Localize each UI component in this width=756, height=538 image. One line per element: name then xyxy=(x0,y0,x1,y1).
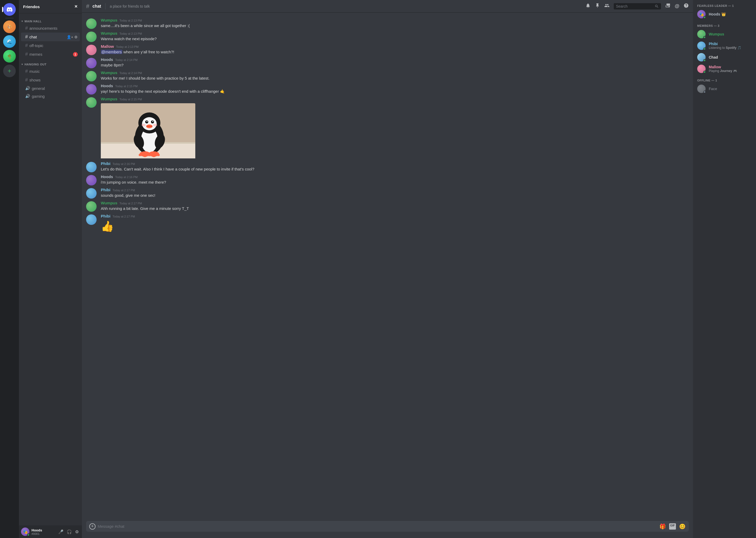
message-content: Wumpus Today at 2:17 PM Ahh running a bi… xyxy=(101,201,689,211)
channel-shows[interactable]: # shows xyxy=(21,76,80,84)
server-options-icon[interactable]: ✕ xyxy=(74,4,78,9)
message-text: @members when are y'all free to watch?! xyxy=(101,49,689,55)
channel-list: ▼ MAIN HALL # announcements # chat 👤+ ⚙ … xyxy=(19,13,82,525)
table-row: Wumpus Today at 2:13 PM Wanna watch the … xyxy=(82,30,693,43)
message-header: Hoods Today at 2:16 PM xyxy=(101,175,689,179)
member-name: Chad xyxy=(709,55,752,59)
message-content: Hoods Today at 2:14 PM maybe 8pm? xyxy=(101,57,689,68)
table-row: Wumpus Today at 2:14 PM Works for me! I … xyxy=(82,69,693,82)
message-text: sounds good, give me one sec! xyxy=(101,192,689,198)
server-list: 🎨 🌊 🌴 + xyxy=(0,0,19,538)
search-bar[interactable]: Search xyxy=(614,3,661,10)
server-icon-2[interactable]: 🌊 xyxy=(3,35,16,48)
channel-description: a place for friends to talk xyxy=(110,4,150,8)
channel-name: general xyxy=(32,86,78,91)
inbox-icon[interactable] xyxy=(665,3,670,10)
server-header[interactable]: Friendos ✕ xyxy=(19,0,82,13)
table-row: Phibi Today at 2:17 PM sounds good, give… xyxy=(82,187,693,200)
message-author: Hoods xyxy=(101,175,113,179)
message-content: Wumpus Today at 2:14 PM Works for me! I … xyxy=(101,71,689,81)
message-header: Wumpus Today at 2:14 PM xyxy=(101,71,689,75)
add-server-button[interactable]: + xyxy=(3,65,16,77)
avatar xyxy=(86,214,97,225)
message-content: Phibi Today at 2:17 PM 👍 xyxy=(101,214,689,234)
bell-icon[interactable] xyxy=(586,3,591,10)
table-row: Wumpus Today at 2:17 PM Ahh running a bi… xyxy=(82,200,693,213)
add-member-icon[interactable]: 👤+ xyxy=(67,35,73,39)
member-status-dot xyxy=(703,91,706,93)
message-text: Works for me! I should be done with prac… xyxy=(101,76,689,81)
user-panel: 🎭 Hoods #0001 🎤 🎧 ⚙ xyxy=(19,525,82,538)
message-timestamp: Today at 2:16 PM xyxy=(115,176,138,179)
deafen-button[interactable]: 🎧 xyxy=(66,528,73,535)
member-status: Listening to Spotify 🎵 xyxy=(709,46,752,50)
category-main-hall[interactable]: ▼ MAIN HALL xyxy=(19,16,82,24)
svg-point-22 xyxy=(143,154,147,157)
category-label: MAIN HALL xyxy=(24,20,41,23)
message-author: Phibi xyxy=(101,188,111,192)
list-item[interactable]: Phibi Listening to Spotify 🎵 xyxy=(695,40,754,51)
category-arrow: ▼ xyxy=(21,63,24,66)
channel-action-icons: 👤+ ⚙ xyxy=(67,35,78,39)
message-author: Hoods xyxy=(101,83,113,88)
gif-icon[interactable]: GIF xyxy=(669,523,676,530)
home-button[interactable] xyxy=(3,3,16,16)
members-icon[interactable] xyxy=(604,3,609,10)
voice-icon: 🔊 xyxy=(25,94,30,98)
channel-off-topic[interactable]: # off-topic xyxy=(21,41,80,50)
channel-gaming-voice[interactable]: 🔊 gaming xyxy=(21,92,80,100)
gift-icon[interactable]: 🎁 xyxy=(659,523,666,530)
help-icon[interactable] xyxy=(684,3,689,10)
category-hanging-out[interactable]: ▼ HANGING OUT xyxy=(19,59,82,67)
attach-button[interactable]: + xyxy=(89,523,96,530)
channel-hash-icon: # xyxy=(25,51,28,57)
member-avatar xyxy=(697,41,706,50)
main-chat: # chat a place for friends to talk Searc… xyxy=(82,0,693,538)
svg-point-15 xyxy=(141,124,146,126)
at-icon[interactable]: @ xyxy=(675,3,679,9)
message-timestamp: Today at 2:13 PM xyxy=(119,32,142,35)
member-status-dot xyxy=(703,48,706,50)
member-name: Hoods 👑 xyxy=(709,12,752,16)
server-icon-3[interactable]: 🌴 xyxy=(3,50,16,63)
message-author: Wumpus xyxy=(101,201,117,205)
avatar xyxy=(86,84,97,94)
message-text: 👍 xyxy=(101,219,689,234)
category-label: HANGING OUT xyxy=(24,63,46,66)
channel-memes[interactable]: # memes 1 xyxy=(21,50,80,59)
svg-point-25 xyxy=(152,154,156,157)
list-item[interactable]: Chad xyxy=(695,51,754,63)
emoji-icon[interactable]: 😊 xyxy=(679,523,685,530)
member-name: Face xyxy=(709,87,752,91)
mute-button[interactable]: 🎤 xyxy=(57,528,65,535)
unread-badge: 1 xyxy=(73,52,78,57)
settings-icon[interactable]: ⚙ xyxy=(74,35,78,39)
list-item[interactable]: Mallow Playing Journey 🎮 xyxy=(695,63,754,75)
message-content: Wumpus Today at 2:15 PM xyxy=(101,97,689,159)
pin-icon[interactable] xyxy=(595,3,600,10)
user-settings-button[interactable]: ⚙ xyxy=(74,528,80,535)
list-item[interactable]: 🎭 Hoods 👑 xyxy=(695,8,754,20)
message-content: Phibi Today at 2:17 PM sounds good, give… xyxy=(101,188,689,198)
message-input[interactable] xyxy=(98,521,657,532)
channel-chat[interactable]: # chat 👤+ ⚙ xyxy=(21,32,80,41)
channel-announcements[interactable]: # announcements xyxy=(21,24,80,32)
message-input-area: + 🎁 GIF 😊 xyxy=(82,521,693,538)
message-text: i'm jumping on voice. meet me there? xyxy=(101,180,689,185)
message-header: Wumpus Today at 2:15 PM xyxy=(101,97,689,101)
table-row: Phibi Today at 2:16 PM Let's do this. Ca… xyxy=(82,160,693,173)
message-timestamp: Today at 2:16 PM xyxy=(113,162,135,166)
channel-music[interactable]: # music xyxy=(21,67,80,76)
channel-hash-icon: # xyxy=(25,26,28,31)
user-avatar: 🎭 xyxy=(21,527,29,536)
list-item[interactable]: Wumpus xyxy=(695,28,754,40)
member-avatar xyxy=(697,53,706,62)
server-icon-1[interactable]: 🎨 xyxy=(3,21,16,33)
member-list: FEARLESS LEADER — 1 🎭 Hoods 👑 MEMBERS — … xyxy=(693,0,756,538)
mention-tag[interactable]: @members xyxy=(101,50,122,54)
channel-general-voice[interactable]: 🔊 general xyxy=(21,84,80,92)
channel-sidebar: Friendos ✕ ▼ MAIN HALL # announcements #… xyxy=(19,0,82,538)
list-item[interactable]: Face xyxy=(695,83,754,94)
message-text: maybe 8pm? xyxy=(101,62,689,68)
message-content: Wumpus Today at 2:13 PM same....it's bee… xyxy=(101,18,689,28)
